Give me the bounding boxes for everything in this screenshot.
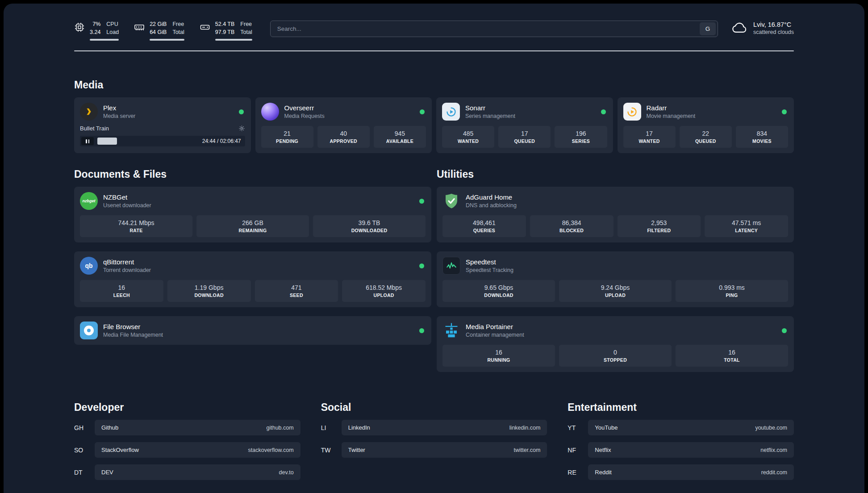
social-column: Social LI LinkedIn linkedin.com TW Twitt…	[321, 401, 547, 464]
bookmark-abbr: SO	[74, 447, 88, 454]
stat-total: 16 TOTAL	[676, 345, 788, 367]
filebrowser-card[interactable]: File Browser Media File Management	[74, 316, 431, 345]
top-bar: 7% 3.24 CPU Load	[74, 4, 794, 41]
stat-value: 22	[681, 130, 730, 137]
bookmark-url: linkedin.com	[509, 425, 540, 431]
section-title-social: Social	[321, 401, 547, 414]
sonarr-card[interactable]: Sonarr Series management 485 WANTED 17 Q…	[436, 97, 613, 153]
progress-fill	[97, 138, 117, 145]
bookmark-linkedin[interactable]: LinkedIn linkedin.com	[342, 420, 547, 435]
pause-button[interactable]	[81, 137, 94, 145]
stat-value: 2,953	[619, 219, 699, 226]
bookmark-url: twitter.com	[514, 447, 541, 453]
weather-widget[interactable]: Lviv, 16.87°C scattered clouds	[730, 21, 794, 36]
progress-track[interactable]	[97, 138, 199, 145]
playback-time: 24:44 / 02:06:47	[202, 138, 241, 144]
overseerr-card[interactable]: Overseerr Media Requests 21 PENDING 40 A…	[255, 97, 432, 153]
search-engine-button[interactable]: G	[700, 22, 716, 35]
stat-value: 9.24 Gbps	[561, 284, 670, 291]
bookmark-row: TW Twitter twitter.com	[321, 442, 547, 458]
stat-upload: 618.52 Mbps UPLOAD	[342, 280, 426, 302]
stat-filtered: 2,953 FILTERED	[618, 215, 701, 237]
cpu-percent: 7%	[92, 21, 100, 29]
adguard-shield-icon	[442, 192, 460, 210]
bookmark-stackoverflow[interactable]: StackOverflow stackoverflow.com	[95, 442, 300, 458]
app-name: AdGuard Home	[466, 193, 517, 201]
bookmark-url: youtube.com	[755, 425, 787, 431]
stat-label: PING	[677, 292, 786, 298]
bookmark-name: Github	[101, 424, 118, 431]
nzbget-icon-text: nzbget	[83, 199, 96, 203]
stat-label: PENDING	[263, 138, 312, 144]
overseerr-icon	[261, 103, 279, 121]
stat-value: 471	[257, 284, 337, 291]
ram-total-label: Total	[172, 29, 184, 37]
stat-label: WANTED	[625, 138, 674, 144]
status-dot	[782, 109, 787, 114]
status-dot	[419, 328, 424, 333]
stat-value: 945	[376, 130, 424, 137]
bookmark-abbr: LI	[321, 424, 335, 431]
stat-value: 196	[556, 130, 605, 137]
stat-value: 47.571 ms	[706, 219, 786, 226]
nzbget-card[interactable]: nzbget NZBGet Usenet downloader 744.21 M…	[74, 187, 431, 242]
status-dot	[782, 328, 787, 333]
stat-label: DOWNLOAD	[444, 292, 553, 298]
stat-rate: 744.21 Mbps RATE	[80, 215, 192, 237]
bookmark-github[interactable]: Github github.com	[95, 420, 300, 435]
stat-queries: 498,461 QUERIES	[442, 215, 526, 237]
stat-value: 618.52 Mbps	[344, 284, 424, 291]
ram-stick-icon	[134, 21, 145, 34]
stat-value: 744.21 Mbps	[82, 219, 191, 226]
speedtest-card[interactable]: Speedtest Speedtest Tracking 9.65 Gbps D…	[437, 251, 794, 307]
filebrowser-disc	[84, 326, 94, 335]
dashboard-page: 7% 3.24 CPU Load	[4, 4, 864, 493]
qbittorrent-icon: qb	[80, 257, 98, 275]
middle-grid: Documents & Files nzbget NZBGet Usenet d…	[74, 168, 794, 372]
bookmark-name: StackOverflow	[101, 447, 139, 453]
stat-downloaded: 39.6 TB DOWNLOADED	[313, 215, 426, 237]
stat-latency: 47.571 ms LATENCY	[705, 215, 788, 237]
search-input[interactable]	[270, 21, 718, 37]
cpu-chip-icon	[74, 21, 85, 34]
documents-column: Documents & Files nzbget NZBGet Usenet d…	[74, 168, 431, 345]
cpu-load-value: 3.24	[90, 29, 100, 37]
settings-gear-icon[interactable]	[238, 125, 245, 132]
stat-ping: 0.993 ms PING	[676, 280, 788, 302]
bookmark-reddit[interactable]: Reddit reddit.com	[588, 464, 794, 480]
stat-label: RATE	[82, 228, 191, 233]
stat-value: 16	[677, 349, 786, 356]
stat-value: 0.993 ms	[677, 284, 786, 291]
section-title-documents: Documents & Files	[74, 168, 431, 180]
bookmark-netflix[interactable]: Netflix netflix.com	[588, 442, 794, 458]
bookmark-name: LinkedIn	[348, 424, 370, 431]
ram-usage-bar	[150, 39, 184, 41]
stat-approved: 40 APPROVED	[317, 126, 370, 148]
bookmark-url: netflix.com	[760, 447, 787, 453]
bookmark-dev[interactable]: DEV dev.to	[95, 464, 300, 480]
nzbget-icon: nzbget	[80, 192, 98, 210]
bookmark-twitter[interactable]: Twitter twitter.com	[342, 442, 547, 458]
bookmark-abbr: NF	[568, 447, 582, 454]
bookmark-url: dev.to	[279, 469, 294, 476]
stat-stopped: 0 STOPPED	[559, 345, 672, 367]
app-name: Plex	[103, 104, 135, 112]
stat-label: SEED	[257, 292, 337, 298]
stat-label: DOWNLOADED	[315, 228, 424, 233]
disk-drive-icon	[200, 21, 210, 34]
app-name: Radarr	[647, 104, 696, 112]
radarr-card[interactable]: Radarr Movie management 17 WANTED 22 QUE…	[618, 97, 794, 153]
qbittorrent-card[interactable]: qb qBittorrent Torrent downloader 16 LEE…	[74, 251, 431, 307]
bookmark-youtube[interactable]: YouTube youtube.com	[588, 420, 794, 435]
ram-free-value: 22 GiB	[150, 21, 167, 29]
speedtest-graph-icon	[442, 257, 460, 275]
stat-running: 16 RUNNING	[442, 345, 555, 367]
bookmark-abbr: RE	[568, 469, 582, 476]
stat-label: RUNNING	[444, 357, 553, 363]
bookmark-name: Twitter	[348, 447, 365, 453]
portainer-card[interactable]: Media Portainer Container management 16 …	[437, 316, 794, 372]
plex-card[interactable]: Plex Media server Bullet Train	[74, 97, 251, 153]
app-subtitle: Series management	[465, 113, 515, 119]
adguard-card[interactable]: AdGuard Home DNS and adblocking 498,461 …	[437, 187, 794, 242]
stat-value: 485	[444, 130, 492, 137]
